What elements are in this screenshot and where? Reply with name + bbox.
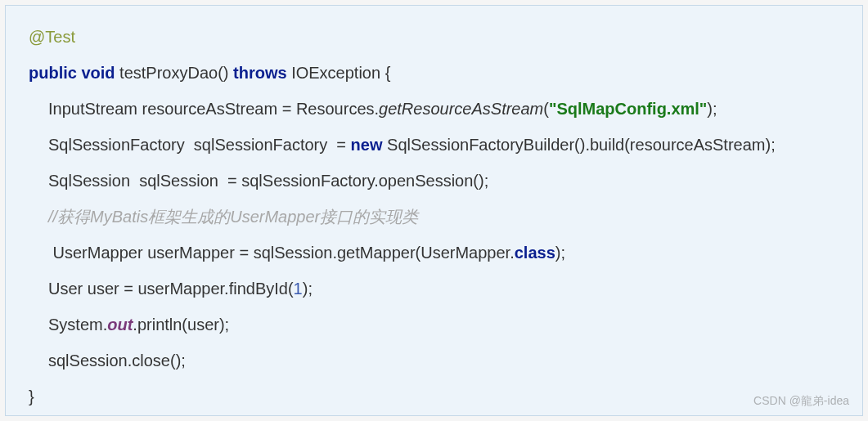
paren: ( <box>543 100 549 118</box>
paren: ); <box>303 280 313 298</box>
paren: ); <box>555 244 565 262</box>
string-literal: "SqlMapConfig.xml" <box>549 100 707 118</box>
text: SqlSessionFactoryBuilder().build(resourc… <box>383 136 776 154</box>
exception-type: IOException { <box>287 64 391 82</box>
text: SqlSessionFactory sqlSessionFactory = <box>48 136 351 154</box>
method-name: testProxyDao() <box>115 64 233 82</box>
brace: } <box>29 387 34 405</box>
code-snippet: @Test public void testProxyDao() throws … <box>5 5 863 416</box>
code-line-3: SqlSession sqlSession = sqlSessionFactor… <box>29 169 839 192</box>
field-out: out <box>107 316 133 334</box>
code-line-4: UserMapper userMapper = sqlSession.getMa… <box>29 241 839 264</box>
keyword-class: class <box>515 244 555 262</box>
keyword-public-void: public void <box>29 64 115 82</box>
keyword-new: new <box>351 136 383 154</box>
text: InputStream resourceAsStream = Resources… <box>48 100 379 118</box>
comment: //获得MyBatis框架生成的UserMapper接口的实现类 <box>48 208 418 226</box>
annotation: @Test <box>29 28 75 46</box>
annotation-line: @Test <box>29 25 839 48</box>
paren: ); <box>707 100 717 118</box>
watermark: CSDN @龍弟-idea <box>753 394 849 409</box>
text: System. <box>48 316 107 334</box>
text: .println(user); <box>133 316 229 334</box>
code-line-6: System.out.println(user); <box>29 313 839 336</box>
code-line-5: User user = userMapper.findById(1); <box>29 277 839 300</box>
code-line-1: InputStream resourceAsStream = Resources… <box>29 97 839 120</box>
code-line-2: SqlSessionFactory sqlSessionFactory = ne… <box>29 133 839 156</box>
close-brace: } <box>29 385 839 408</box>
static-method: getResourceAsStream <box>379 100 543 118</box>
method-signature: public void testProxyDao() throws IOExce… <box>29 61 839 84</box>
comment-line: //获得MyBatis框架生成的UserMapper接口的实现类 <box>29 205 839 228</box>
text: User user = userMapper.findById( <box>48 280 294 298</box>
keyword-throws: throws <box>233 64 287 82</box>
text: SqlSession sqlSession = sqlSessionFactor… <box>48 172 488 190</box>
text: UserMapper userMapper = sqlSession.getMa… <box>48 244 515 262</box>
number-literal: 1 <box>294 280 303 298</box>
text: sqlSession.close(); <box>48 352 186 369</box>
code-line-7: sqlSession.close(); <box>29 349 839 372</box>
